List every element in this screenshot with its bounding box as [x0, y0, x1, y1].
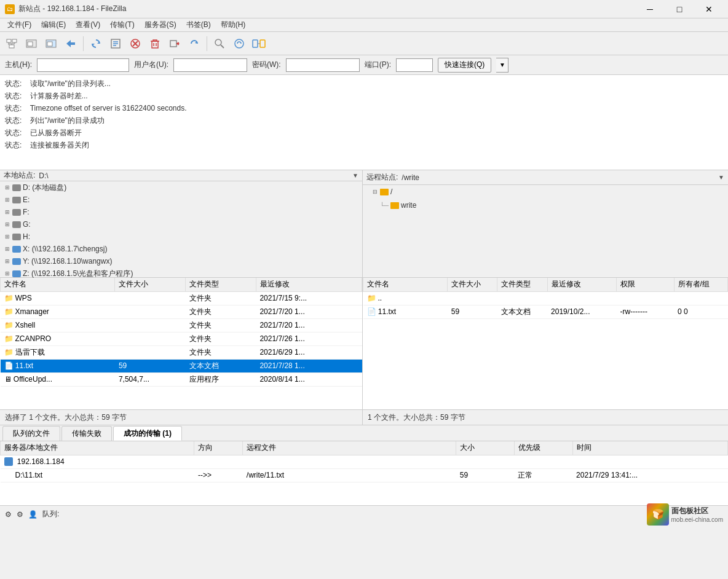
connect-button[interactable]: 快速连接(Q): [438, 58, 491, 73]
local-file-name-zcanpro: 📁ZCANPRO: [1, 332, 115, 345]
reconnect-button[interactable]: [185, 34, 204, 53]
remote-col-name[interactable]: 文件名: [363, 278, 448, 291]
tree-item-d[interactable]: ⊞ D: (本地磁盘): [0, 181, 362, 194]
svg-point-29: [215, 39, 221, 45]
tab-queue[interactable]: 队列的文件: [2, 426, 60, 441]
tree-label-h: H:: [23, 232, 30, 241]
search-button[interactable]: [210, 34, 229, 53]
tree-item-f[interactable]: ⊞ F:: [0, 206, 362, 218]
site-manager-button[interactable]: [2, 34, 21, 53]
delete-button[interactable]: [146, 34, 164, 53]
sync-button[interactable]: [230, 34, 248, 53]
local-file-type-officeupd: 应用程序: [186, 372, 256, 386]
refresh-button[interactable]: [87, 34, 105, 53]
local-tree-scroll-area: ⊞ D: (本地磁盘) ⊞ E: ⊞ F: ⊞: [0, 181, 362, 280]
tab-success[interactable]: 成功的传输 (1): [113, 426, 182, 441]
transfer-col-size[interactable]: 大小: [456, 441, 515, 455]
local-file-row-thunder[interactable]: 📁迅雷下载 文件夹 2021/6/29 1...: [1, 345, 362, 359]
local-col-modified[interactable]: 最近修改: [256, 278, 362, 291]
remote-files-button[interactable]: [42, 34, 60, 53]
remote-col-size[interactable]: 文件大小: [448, 278, 497, 291]
menu-file[interactable]: 文件(F): [2, 18, 36, 31]
tree-item-g[interactable]: ⊞ G:: [0, 218, 362, 230]
remote-col-type[interactable]: 文件类型: [497, 278, 547, 291]
net-icon-x: [12, 246, 21, 253]
host-input[interactable]: [37, 58, 129, 72]
transfer-col-server[interactable]: 服务器/本地文件: [1, 441, 194, 455]
local-file-type-thunder: 文件夹: [186, 345, 256, 359]
local-file-table: 文件名 文件大小 文件类型 最近修改 📁WPS 文件夹 2021/7/15 9:…: [0, 278, 362, 387]
local-file-row-zcanpro[interactable]: 📁ZCANPRO 文件夹 2021/7/26 1...: [1, 332, 362, 345]
svg-line-30: [221, 45, 224, 48]
toggle-button[interactable]: [61, 34, 80, 53]
tab-failed[interactable]: 传输失败: [61, 426, 112, 441]
local-file-row-xshell[interactable]: 📁Xshell 文件夹 2021/7/20 1...: [1, 318, 362, 332]
tree-item-h[interactable]: ⊞ H:: [0, 230, 362, 243]
expander-z[interactable]: ⊞: [2, 269, 12, 278]
remote-tree-root[interactable]: ⊟ /: [363, 185, 728, 199]
remote-col-owner[interactable]: 所有者/组: [674, 278, 727, 291]
menu-transfer[interactable]: 传输(T): [105, 18, 139, 31]
svg-rect-2: [9, 45, 14, 48]
expander-e[interactable]: ⊞: [2, 195, 12, 205]
expander-y[interactable]: ⊞: [2, 256, 12, 266]
password-input[interactable]: [286, 58, 360, 72]
local-col-name[interactable]: 文件名: [1, 278, 115, 291]
close-button[interactable]: ✕: [695, 0, 723, 18]
local-file-row-11txt[interactable]: 📄 11.txt 59 文本文档 2021/7/28 1...: [1, 359, 362, 372]
local-tree-dropdown-icon[interactable]: ▼: [352, 172, 358, 179]
local-col-type[interactable]: 文件类型: [186, 278, 256, 291]
maximize-button[interactable]: □: [665, 0, 694, 18]
remote-tree-write[interactable]: └─ write: [363, 199, 728, 212]
compare-button[interactable]: [250, 34, 268, 53]
menu-view[interactable]: 查看(V): [71, 18, 105, 31]
remote-tree-path[interactable]: /write: [402, 173, 714, 182]
local-file-row-officeupd[interactable]: 🖥 OfficeUpd... 7,504,7... 应用程序 2020/8/14…: [1, 372, 362, 386]
transfer-col-time[interactable]: 时间: [572, 441, 727, 455]
expander-h[interactable]: ⊞: [2, 232, 12, 242]
expander-f[interactable]: ⊞: [2, 207, 12, 217]
bottom-section: 队列的文件 传输失败 成功的传输 (1) 服务器/本地文件 方向 远程文件 大小…: [0, 425, 728, 505]
menu-edit[interactable]: 编辑(E): [36, 18, 71, 31]
menu-server[interactable]: 服务器(S): [140, 18, 181, 31]
logo-icon: 🍞: [647, 503, 669, 526]
remote-tree-dropdown-icon[interactable]: ▼: [718, 174, 724, 181]
remote-file-row-11txt[interactable]: 📄 11.txt 59 文本文档 2019/10/2... -rw-------…: [363, 305, 728, 318]
local-file-mod-zcanpro: 2021/7/26 1...: [256, 332, 362, 345]
remote-file-row-parent[interactable]: 📁..: [363, 291, 728, 305]
tree-item-x[interactable]: ⊞ X: (\\192.168.1.7\chengsj): [0, 243, 362, 255]
disconnect-button[interactable]: [165, 34, 184, 53]
username-input[interactable]: [173, 58, 247, 72]
transfer-file-row[interactable]: D:\11.txt -->> /write/11.txt 59 正常 2021/…: [1, 468, 728, 482]
local-files-panel: 文件名 文件大小 文件类型 最近修改 📁WPS 文件夹 2021/7/15 9:…: [0, 278, 363, 409]
tree-item-e[interactable]: ⊞ E:: [0, 194, 362, 206]
cancel-button[interactable]: [126, 34, 144, 53]
local-file-row-wps[interactable]: 📁WPS 文件夹 2021/7/15 9:...: [1, 291, 362, 305]
host-label: 主机(H):: [5, 60, 32, 70]
local-files-button[interactable]: [22, 34, 41, 53]
menu-help[interactable]: 帮助(H): [216, 18, 251, 31]
local-col-size[interactable]: 文件大小: [115, 278, 186, 291]
expander-root[interactable]: ⊟: [370, 187, 380, 197]
minimize-button[interactable]: ─: [636, 0, 664, 18]
transfer-server-header[interactable]: 192.168.1.184: [1, 455, 728, 468]
local-tree-path[interactable]: D:\: [39, 171, 349, 180]
remote-root-label: /: [390, 187, 392, 196]
transfer-col-remote[interactable]: 远程文件: [243, 441, 456, 455]
tree-item-y[interactable]: ⊞ Y: (\\192.168.1.10\wangwx): [0, 255, 362, 267]
remote-col-modified[interactable]: 最近修改: [547, 278, 616, 291]
transfer-col-priority[interactable]: 优先级: [514, 441, 572, 455]
queue-button[interactable]: [106, 34, 125, 53]
menu-bookmarks[interactable]: 书签(B): [181, 18, 216, 31]
port-input[interactable]: [396, 58, 433, 72]
remote-col-perm[interactable]: 权限: [616, 278, 674, 291]
expander-x[interactable]: ⊞: [2, 244, 12, 254]
expander-g[interactable]: ⊞: [2, 219, 12, 229]
transfer-col-direction[interactable]: 方向: [194, 441, 243, 455]
logo-area: 🍞 面包板社区 mob.eei-china.com: [647, 503, 723, 526]
local-file-size-zcanpro: [115, 332, 186, 345]
connect-dropdown-button[interactable]: ▼: [496, 58, 508, 73]
expander-d[interactable]: ⊞: [2, 183, 12, 192]
remote-file-perm-11txt: -rw-------: [616, 305, 674, 318]
local-file-row-xmanager[interactable]: 📁Xmanager 文件夹 2021/7/20 1...: [1, 305, 362, 318]
